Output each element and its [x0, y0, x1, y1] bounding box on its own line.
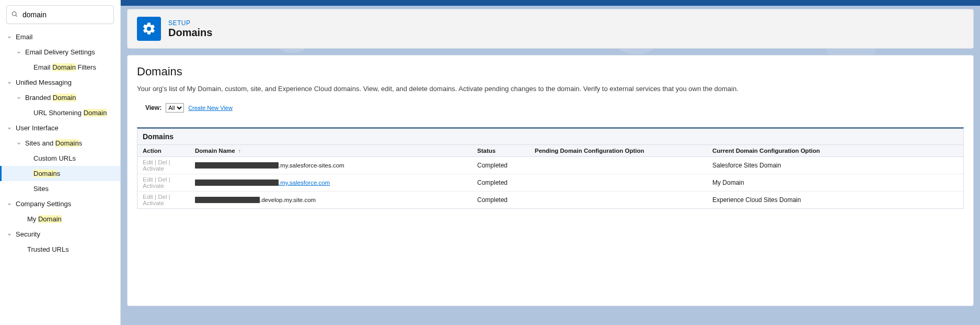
tree-item-11[interactable]: Company Settings — [0, 196, 120, 211]
domain-name-cell: .my.salesforce-sites.com — [190, 157, 472, 174]
domains-table: Action Domain Name↑ Status Pending Domai… — [137, 145, 963, 208]
action-cell: Edit | Del | Activate — [137, 174, 190, 192]
del-link[interactable]: Del — [158, 159, 167, 165]
action-cell: Edit | Del | Activate — [137, 192, 190, 209]
chevron-down-icon — [15, 48, 23, 57]
view-selector-row: View: All Create New View — [145, 103, 964, 113]
gear-icon — [137, 17, 161, 41]
top-blue-bar — [121, 0, 980, 6]
tree-item-label: Sites and Domains — [25, 139, 82, 147]
col-status[interactable]: Status — [472, 145, 529, 157]
domain-suffix: .my.salesforce-sites.com — [279, 162, 344, 169]
chevron-down-icon — [5, 200, 14, 208]
chevron-down-icon — [15, 94, 23, 102]
edit-link[interactable]: Edit — [143, 159, 153, 165]
tree-item-label: Domains — [33, 170, 60, 177]
tree-item-0[interactable]: Email — [0, 29, 120, 44]
tree-item-1[interactable]: Email Delivery Settings — [0, 44, 120, 60]
redacted-text — [195, 197, 260, 203]
tree-item-label: Trusted URLs — [27, 245, 69, 253]
tree-item-2[interactable]: Email Domain Filters — [0, 60, 120, 75]
tree-item-label: Security — [16, 230, 40, 238]
tree-item-14[interactable]: Trusted URLs — [0, 242, 120, 257]
col-action[interactable]: Action — [137, 145, 190, 157]
content-description: Your org's list of My Domain, custom, si… — [137, 85, 964, 93]
pending-cell — [529, 157, 707, 174]
edit-link[interactable]: Edit — [143, 194, 153, 200]
svg-point-0 — [12, 12, 16, 16]
col-current[interactable]: Current Domain Configuration Option — [707, 145, 963, 157]
domains-table-frame: Domains Action Domain Name↑ Status Pendi… — [137, 127, 964, 209]
table-row: Edit | Del | Activate.develop.my.site.co… — [137, 192, 963, 209]
tree-item-label: Email Domain Filters — [33, 63, 96, 71]
tree-item-6[interactable]: User Interface — [0, 120, 120, 136]
pending-cell — [529, 174, 707, 192]
view-label: View: — [145, 104, 162, 111]
activate-link[interactable]: Activate — [143, 165, 164, 172]
status-cell: Completed — [472, 174, 529, 192]
domain-suffix: .develop.my.site.com — [260, 197, 316, 203]
tree-item-3[interactable]: Unified Messaging — [0, 75, 120, 90]
current-cell: My Domain — [707, 174, 963, 192]
tree-item-4[interactable]: Branded Domain — [0, 90, 120, 105]
redacted-text — [195, 162, 279, 169]
action-cell: Edit | Del | Activate — [137, 157, 190, 174]
table-row: Edit | Del | Activate.my.salesforce-site… — [137, 157, 963, 174]
tree-item-5[interactable]: URL Shortening Domain — [0, 105, 120, 120]
setup-tree: EmailEmail Delivery SettingsEmail Domain… — [0, 29, 120, 257]
redacted-text — [195, 180, 279, 186]
page-title: Domains — [168, 27, 212, 39]
pending-cell — [529, 192, 707, 209]
tree-item-label: Unified Messaging — [16, 79, 72, 86]
edit-link[interactable]: Edit — [143, 176, 153, 183]
tree-item-label: Email Delivery Settings — [25, 48, 95, 56]
domain-name-cell: .develop.my.site.com — [190, 192, 472, 209]
quick-find-box[interactable] — [6, 5, 114, 24]
chevron-down-icon — [5, 79, 14, 87]
tree-item-12[interactable]: My Domain — [0, 211, 120, 227]
setup-label: SETUP — [168, 19, 212, 27]
tree-item-8[interactable]: Custom URLs — [0, 151, 120, 166]
domain-name-cell: .my.salesforce.com — [190, 174, 472, 192]
activate-link[interactable]: Activate — [143, 183, 164, 189]
current-cell: Salesforce Sites Domain — [707, 157, 963, 174]
tree-item-9[interactable]: Domains — [0, 166, 120, 181]
tree-item-10[interactable]: Sites — [0, 181, 120, 196]
view-select[interactable]: All — [166, 103, 184, 113]
svg-line-1 — [16, 15, 17, 16]
search-icon — [11, 10, 18, 19]
status-cell: Completed — [472, 192, 529, 209]
tree-item-label: Custom URLs — [33, 154, 76, 162]
page-header: SETUP Domains — [127, 9, 974, 49]
tree-item-label: Company Settings — [16, 200, 71, 208]
sort-ascending-icon: ↑ — [238, 148, 241, 154]
del-link[interactable]: Del — [158, 194, 167, 200]
del-link[interactable]: Del — [158, 176, 167, 183]
chevron-down-icon — [5, 33, 14, 41]
tree-item-label: User Interface — [16, 124, 59, 132]
domain-suffix[interactable]: .my.salesforce.com — [279, 180, 330, 186]
tree-item-13[interactable]: Security — [0, 227, 120, 242]
col-domain-name[interactable]: Domain Name↑ — [190, 145, 472, 157]
tree-item-label: Sites — [33, 185, 49, 193]
col-pending[interactable]: Pending Domain Configuration Option — [529, 145, 707, 157]
status-cell: Completed — [472, 157, 529, 174]
chevron-down-icon — [5, 124, 14, 132]
tree-item-label: URL Shortening Domain — [33, 109, 107, 117]
activate-link[interactable]: Activate — [143, 200, 164, 206]
create-new-view-link[interactable]: Create New View — [188, 105, 233, 111]
current-cell: Experience Cloud Sites Domain — [707, 192, 963, 209]
main-area: SETUP Domains Domains Your org's list of… — [121, 0, 980, 325]
domains-table-title: Domains — [137, 129, 963, 145]
table-row: Edit | Del | Activate.my.salesforce.comC… — [137, 174, 963, 192]
chevron-down-icon — [15, 139, 23, 148]
quick-find-input[interactable] — [22, 10, 109, 19]
content-heading: Domains — [137, 65, 964, 79]
tree-item-7[interactable]: Sites and Domains — [0, 136, 120, 151]
tree-item-label: My Domain — [27, 215, 62, 223]
tree-item-label: Branded Domain — [25, 94, 76, 102]
setup-sidebar: EmailEmail Delivery SettingsEmail Domain… — [0, 0, 121, 325]
tree-item-label: Email — [16, 33, 33, 41]
chevron-down-icon — [5, 230, 14, 239]
content-card: Domains Your org's list of My Domain, cu… — [127, 55, 974, 306]
